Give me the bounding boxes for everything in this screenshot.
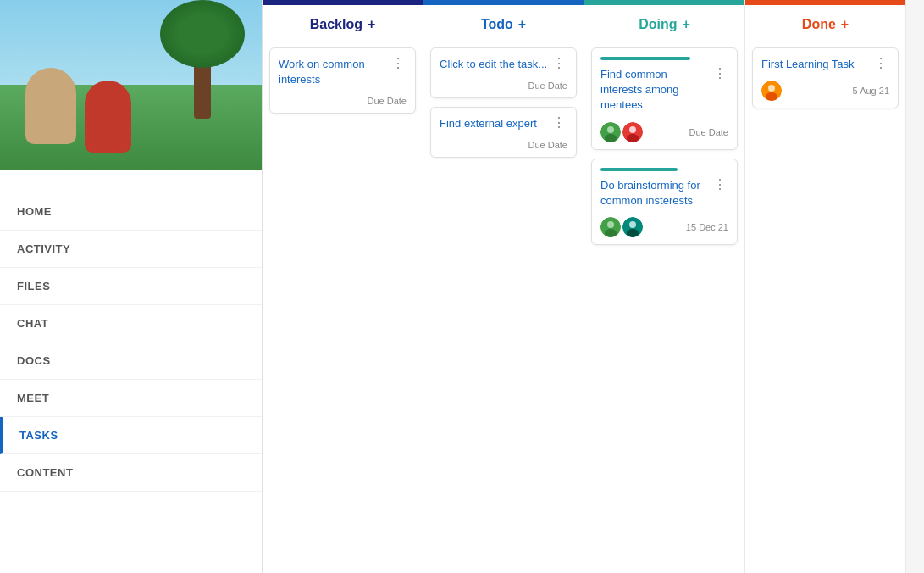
doing-title: Doing xyxy=(639,17,677,32)
kanban-board: Backlog+Work on common interests⋮Due Dat… xyxy=(263,0,924,573)
card-done-0[interactable]: First Learning Task⋮5 Aug 21 xyxy=(752,47,899,108)
done-title-row: Done+ xyxy=(745,5,905,41)
sidebar-item-tasks[interactable]: TASKS xyxy=(0,417,262,454)
card-todo-1[interactable]: Find external expert⋮Due Date xyxy=(430,107,577,158)
svg-point-2 xyxy=(605,134,617,142)
hero-image xyxy=(0,0,262,170)
doing-title-row: Doing+ xyxy=(584,5,744,41)
card-title: Find common interests among mentees xyxy=(600,67,711,114)
card-menu-button[interactable]: ⋮ xyxy=(711,67,728,81)
card-avatars xyxy=(600,122,643,142)
column-done: Done+First Learning Task⋮5 Aug 21 xyxy=(745,0,906,573)
avatar xyxy=(761,81,782,101)
card-due-date: Due Date xyxy=(368,96,407,106)
card-title: Do brainstorming for common insterests xyxy=(600,178,711,209)
doing-progress-bar-0 xyxy=(600,57,690,60)
svg-point-8 xyxy=(605,229,617,237)
card-footer: Due Date xyxy=(440,140,567,150)
card-menu-button[interactable]: ⋮ xyxy=(872,57,889,70)
card-avatars xyxy=(600,217,643,237)
doing-progress-bar-1 xyxy=(600,168,678,171)
doing-cards: Find common interests among mentees⋮Due … xyxy=(584,41,744,573)
workshop-title xyxy=(0,170,262,193)
card-backlog-0[interactable]: Work on common interests⋮Due Date xyxy=(269,47,416,114)
card-menu-button[interactable]: ⋮ xyxy=(551,116,567,130)
card-due-date: Due Date xyxy=(528,81,567,91)
card-footer: Due Date xyxy=(600,122,728,142)
done-cards: First Learning Task⋮5 Aug 21 xyxy=(745,41,905,573)
sidebar-item-activity[interactable]: ACTIVITY xyxy=(0,231,262,268)
backlog-cards: Work on common interests⋮Due Date xyxy=(263,41,423,573)
backlog-title-row: Backlog+ xyxy=(263,5,423,41)
card-footer: Due Date xyxy=(279,96,407,106)
avatar xyxy=(600,217,621,237)
avatar xyxy=(600,122,621,142)
column-todo: Todo+Click to edit the task...⋮Due DateF… xyxy=(423,0,584,573)
svg-point-13 xyxy=(768,85,775,92)
avatar xyxy=(622,122,643,142)
sidebar-item-content[interactable]: CONTENT xyxy=(0,454,262,492)
sidebar-item-docs[interactable]: DOCS xyxy=(0,342,262,380)
sidebar-item-chat[interactable]: CHAT xyxy=(0,305,262,342)
todo-title-row: Todo+ xyxy=(423,5,584,41)
card-due-date: Due Date xyxy=(528,140,567,150)
card-header: Find external expert⋮ xyxy=(440,116,567,131)
card-todo-0[interactable]: Click to edit the task...⋮Due Date xyxy=(430,47,577,98)
avatar xyxy=(622,217,643,237)
svg-point-11 xyxy=(627,229,639,237)
column-backlog: Backlog+Work on common interests⋮Due Dat… xyxy=(263,0,423,573)
card-menu-button[interactable]: ⋮ xyxy=(390,57,407,70)
card-due-date: 15 Dec 21 xyxy=(686,222,728,232)
card-due-date: 5 Aug 21 xyxy=(853,86,889,96)
sidebar-item-home[interactable]: HOME xyxy=(0,193,262,231)
sidebar-item-files[interactable]: FILES xyxy=(0,268,262,305)
column-doing: Doing+Find common interests among mentee… xyxy=(584,0,745,573)
todo-add-button[interactable]: + xyxy=(518,17,526,32)
svg-point-4 xyxy=(629,126,636,133)
todo-cards: Click to edit the task...⋮Due DateFind e… xyxy=(423,41,584,573)
sidebar-navigation: HOMEACTIVITYFILESCHATDOCSMEETTASKSCONTEN… xyxy=(0,193,262,492)
card-footer: 5 Aug 21 xyxy=(761,81,889,101)
card-header: Find common interests among mentees⋮ xyxy=(600,67,728,114)
card-header: Work on common interests⋮ xyxy=(279,57,407,87)
svg-point-5 xyxy=(627,134,639,142)
card-footer: Due Date xyxy=(440,81,567,91)
card-doing-0[interactable]: Find common interests among mentees⋮Due … xyxy=(591,47,738,150)
sidebar-item-meet[interactable]: MEET xyxy=(0,380,262,417)
backlog-add-button[interactable]: + xyxy=(368,17,375,32)
svg-point-7 xyxy=(607,221,614,228)
card-header: Do brainstorming for common insterests⋮ xyxy=(600,178,728,209)
card-title: Find external expert xyxy=(440,116,551,131)
card-avatars xyxy=(761,81,782,101)
main-content: Backlog+Work on common interests⋮Due Dat… xyxy=(263,0,924,573)
card-title: Work on common interests xyxy=(279,57,390,87)
card-footer: 15 Dec 21 xyxy=(600,217,728,237)
svg-point-14 xyxy=(766,92,777,101)
todo-title: Todo xyxy=(481,17,513,32)
sidebar: HOMEACTIVITYFILESCHATDOCSMEETTASKSCONTEN… xyxy=(0,0,263,573)
card-due-date: Due Date xyxy=(689,127,728,137)
done-title: Done xyxy=(802,17,836,32)
svg-point-1 xyxy=(607,126,614,133)
doing-add-button[interactable]: + xyxy=(682,17,689,32)
card-menu-button[interactable]: ⋮ xyxy=(711,178,728,192)
card-header: Click to edit the task...⋮ xyxy=(440,57,567,72)
card-menu-button[interactable]: ⋮ xyxy=(551,57,567,70)
card-title: Click to edit the task... xyxy=(440,57,551,72)
svg-point-10 xyxy=(629,221,636,228)
card-header: First Learning Task⋮ xyxy=(761,57,889,72)
done-add-button[interactable]: + xyxy=(841,17,849,32)
backlog-title: Backlog xyxy=(310,17,362,32)
card-title: First Learning Task xyxy=(761,57,872,72)
card-doing-1[interactable]: Do brainstorming for common insterests⋮1… xyxy=(591,159,738,245)
